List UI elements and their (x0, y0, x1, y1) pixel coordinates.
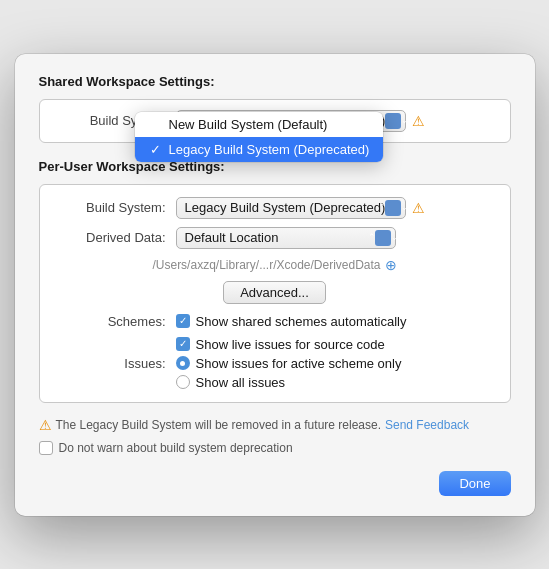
issues-label: Issues: (56, 356, 166, 371)
per-user-build-value: Legacy Build System (Deprecated) (185, 200, 386, 215)
dropdown-item-legacy-check: ✓ (149, 142, 163, 157)
show-shared-schemes-checkmark: ✓ (179, 316, 187, 326)
workspace-settings-dialog: Shared Workspace Settings: Build System … (15, 54, 535, 516)
show-all-issues-row: Show all issues (176, 375, 402, 390)
show-live-issues-checkmark: ✓ (179, 339, 187, 349)
dont-warn-label: Do not warn about build system deprecati… (59, 441, 293, 455)
show-shared-schemes-row: ✓ Show shared schemes automatically (176, 314, 407, 329)
per-user-build-row: Build System: Legacy Build System (Depre… (56, 197, 494, 219)
per-user-build-select[interactable]: Legacy Build System (Deprecated) ⌃⌄ (176, 197, 407, 219)
shared-build-warning-icon: ⚠ (412, 113, 425, 129)
path-plus-icon[interactable]: ⊕ (385, 257, 397, 273)
dropdown-item-legacy[interactable]: ✓ Legacy Build System (Deprecated) (135, 137, 384, 162)
per-user-settings-box: Build System: Legacy Build System (Depre… (39, 184, 511, 403)
schemes-row: Schemes: ✓ Show shared schemes automatic… (56, 314, 494, 329)
advanced-button[interactable]: Advanced... (223, 281, 326, 304)
show-issues-active-radio[interactable] (176, 356, 190, 370)
advanced-btn-container: Advanced... (56, 281, 494, 304)
dropdown-item-new-label: New Build System (Default) (169, 117, 328, 132)
footer-warning-icon: ⚠ (39, 417, 52, 433)
show-live-issues-label: Show live issues for source code (196, 337, 385, 352)
derived-data-label: Derived Data: (56, 230, 166, 245)
shared-build-arrow-icon: ⌃⌄ (385, 113, 401, 129)
derived-data-row: Derived Data: Default Location ⌃⌄ (56, 227, 494, 249)
per-user-build-select-wrapper: Legacy Build System (Deprecated) ⌃⌄ ⚠ (176, 197, 426, 219)
per-user-build-label: Build System: (56, 200, 166, 215)
done-btn-container: Done (39, 471, 511, 496)
dropdown-item-legacy-label: Legacy Build System (Deprecated) (169, 142, 370, 157)
show-issues-active-row: Show issues for active scheme only (176, 356, 402, 371)
show-shared-schemes-checkbox[interactable]: ✓ (176, 314, 190, 328)
per-user-build-select-container: Legacy Build System (Deprecated) ⌃⌄ (176, 197, 407, 219)
derived-data-value: Default Location (185, 230, 279, 245)
derived-data-select-container: Default Location ⌃⌄ (176, 227, 396, 249)
shared-section-label: Shared Workspace Settings: (39, 74, 511, 89)
done-button[interactable]: Done (439, 471, 510, 496)
show-issues-active-label: Show issues for active scheme only (196, 356, 402, 371)
shared-settings-box: Build System Legacy Build System (Deprec… (39, 99, 511, 143)
build-system-dropdown: New Build System (Default) ✓ Legacy Buil… (135, 112, 384, 162)
show-all-issues-radio[interactable] (176, 375, 190, 389)
issues-row: Issues: ✓ Show live issues for source co… (56, 337, 494, 390)
footer-warning-text: The Legacy Build System will be removed … (56, 418, 382, 432)
send-feedback-link[interactable]: Send Feedback (385, 418, 469, 432)
show-live-issues-row: ✓ Show live issues for source code (176, 337, 402, 352)
per-user-build-warning-icon: ⚠ (412, 200, 425, 216)
dropdown-item-new[interactable]: New Build System (Default) (135, 112, 384, 137)
per-user-build-arrow-icon: ⌃⌄ (385, 200, 401, 216)
derived-data-path-row: /Users/axzq/Library/...r/Xcode/DerivedDa… (56, 257, 494, 273)
show-live-issues-checkbox[interactable]: ✓ (176, 337, 190, 351)
issues-options: ✓ Show live issues for source code Show … (176, 337, 402, 390)
dont-warn-row: Do not warn about build system deprecati… (39, 441, 511, 455)
footer-warning-row: ⚠ The Legacy Build System will be remove… (39, 417, 511, 433)
show-all-issues-label: Show all issues (196, 375, 286, 390)
derived-data-path: /Users/axzq/Library/...r/Xcode/DerivedDa… (152, 258, 380, 272)
derived-data-arrow-icon: ⌃⌄ (375, 230, 391, 246)
derived-data-select[interactable]: Default Location ⌃⌄ (176, 227, 396, 249)
schemes-label: Schemes: (56, 314, 166, 329)
dont-warn-checkbox[interactable] (39, 441, 53, 455)
show-shared-schemes-label: Show shared schemes automatically (196, 314, 407, 329)
